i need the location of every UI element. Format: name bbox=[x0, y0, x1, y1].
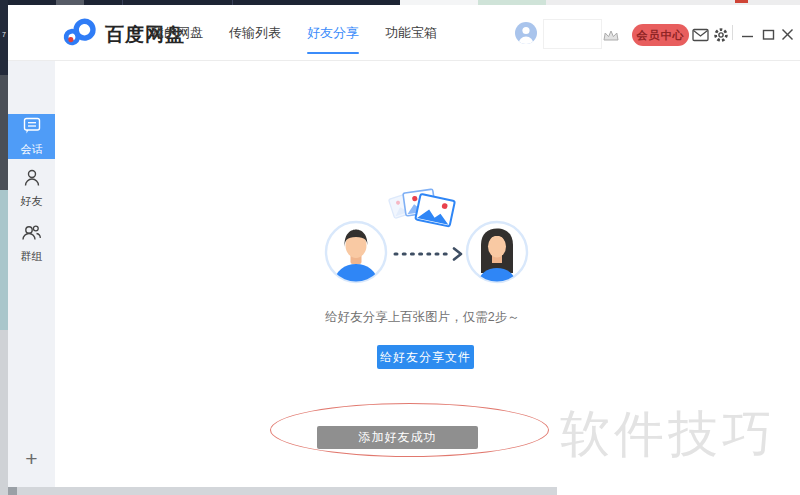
man-avatar-illustration bbox=[326, 222, 386, 289]
titlebar: 百度网盘 我的网盘 传输列表 好友分享 功能宝箱 会员中心 bbox=[8, 5, 800, 61]
sidebar-item-conversations[interactable]: 会话 bbox=[8, 114, 55, 159]
annotation-ellipse bbox=[270, 403, 549, 457]
chat-bubble-icon bbox=[22, 116, 42, 139]
background-text-fragment: 7 bbox=[0, 30, 8, 40]
gear-icon[interactable] bbox=[712, 26, 729, 43]
sidebar-item-label: 群组 bbox=[21, 249, 43, 264]
user-avatar-icon[interactable] bbox=[515, 22, 537, 44]
background-left-strip: 7 bbox=[0, 0, 8, 495]
tab-toolbox[interactable]: 功能宝箱 bbox=[372, 5, 450, 60]
person-icon bbox=[22, 168, 42, 191]
share-files-button[interactable]: 给好友分享文件 bbox=[377, 345, 474, 369]
people-icon bbox=[21, 223, 42, 246]
sidebar-item-friends[interactable]: 好友 bbox=[8, 166, 55, 211]
sidebar-item-label: 会话 bbox=[21, 142, 43, 157]
sidebar: 会话 好友 bbox=[8, 61, 55, 487]
mail-icon[interactable] bbox=[692, 26, 709, 43]
photo-stack-icon bbox=[389, 189, 455, 226]
vip-center-button[interactable]: 会员中心 bbox=[632, 24, 689, 46]
tab-friend-share[interactable]: 好友分享 bbox=[294, 5, 372, 60]
background-bottom-corner bbox=[8, 487, 17, 495]
add-button[interactable]: + bbox=[8, 449, 55, 469]
app-window: 百度网盘 我的网盘 传输列表 好友分享 功能宝箱 会员中心 bbox=[8, 5, 800, 487]
titlebar-divider bbox=[732, 25, 733, 40]
sidebar-item-groups[interactable]: 群组 bbox=[8, 221, 55, 266]
share-caption: 给好友分享上百张图片，仅需2步～ bbox=[55, 309, 790, 326]
background-bottom-strip bbox=[8, 487, 557, 495]
tab-my-drive[interactable]: 我的网盘 bbox=[138, 5, 216, 60]
baidu-pan-logo-icon bbox=[60, 18, 98, 51]
main-tabs: 我的网盘 传输列表 好友分享 功能宝箱 bbox=[138, 5, 450, 60]
crown-icon bbox=[602, 28, 620, 41]
tab-transfer-list[interactable]: 传输列表 bbox=[216, 5, 294, 60]
maximize-icon[interactable] bbox=[760, 26, 777, 43]
close-icon[interactable] bbox=[779, 26, 796, 43]
sidebar-item-label: 好友 bbox=[21, 194, 43, 209]
dotted-arrow-icon bbox=[395, 249, 461, 260]
watermark-text: 软件技巧 bbox=[560, 401, 776, 468]
woman-avatar-illustration bbox=[467, 222, 527, 289]
username-censor-box bbox=[543, 19, 602, 49]
share-illustration bbox=[321, 185, 533, 289]
friend-share-panel: 给好友分享上百张图片，仅需2步～ 给好友分享文件 添加好友成功 软件技巧 bbox=[55, 61, 800, 487]
minimize-icon[interactable] bbox=[739, 26, 756, 43]
